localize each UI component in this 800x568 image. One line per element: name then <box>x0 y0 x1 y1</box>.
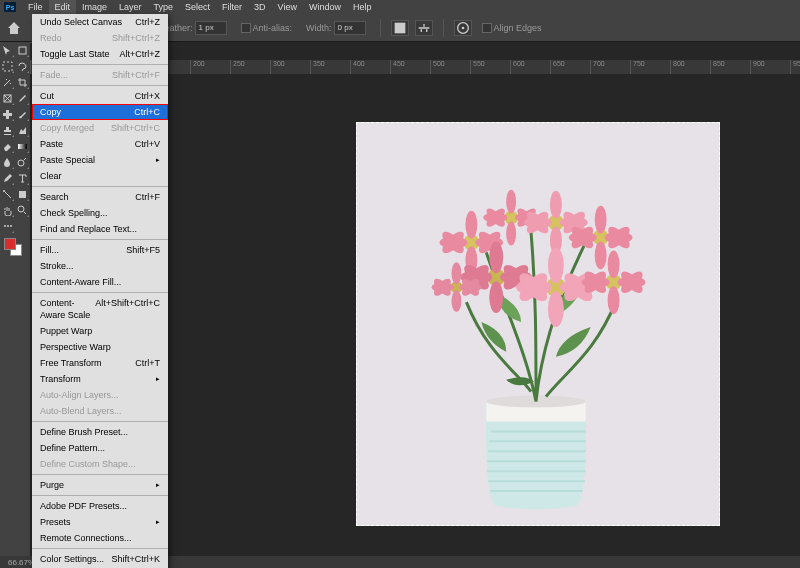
menu-item-cut[interactable]: CutCtrl+X <box>32 88 168 104</box>
svg-point-54 <box>595 206 607 234</box>
menu-view[interactable]: View <box>272 0 303 14</box>
app-icon: Ps <box>4 2 16 12</box>
hand-tool[interactable] <box>0 202 15 218</box>
dodge-tool[interactable] <box>15 154 30 170</box>
ruler-tick: 950 <box>790 60 800 74</box>
menu-item-transform[interactable]: Transform <box>32 371 168 387</box>
marquee-tool[interactable] <box>0 58 15 74</box>
menu-separator <box>32 64 168 65</box>
shape-tool[interactable] <box>15 186 30 202</box>
path-tool[interactable] <box>0 186 15 202</box>
menu-item-clear[interactable]: Clear <box>32 168 168 184</box>
menu-item-search[interactable]: SearchCtrl+F <box>32 189 168 205</box>
move-tool[interactable] <box>0 42 15 58</box>
width-input[interactable] <box>334 21 366 35</box>
align-checkbox[interactable] <box>482 23 492 33</box>
select-subject-icon[interactable] <box>391 20 409 36</box>
eyedropper-tool[interactable] <box>15 90 30 106</box>
gradient-tool[interactable] <box>15 138 30 154</box>
menu-item-label: Presets <box>40 516 71 528</box>
adjust-icon[interactable] <box>415 20 433 36</box>
home-icon[interactable] <box>6 20 22 36</box>
menu-item-purge[interactable]: Purge <box>32 477 168 493</box>
menu-item-label: Define Pattern... <box>40 442 105 454</box>
lasso-tool[interactable] <box>15 58 30 74</box>
menu-item-copy-merged: Copy MergedShift+Ctrl+C <box>32 120 168 136</box>
menu-window[interactable]: Window <box>303 0 347 14</box>
svg-rect-19 <box>19 191 26 198</box>
svg-point-81 <box>608 250 620 278</box>
color-swatches[interactable] <box>4 238 24 258</box>
zoom-tool[interactable] <box>15 202 30 218</box>
menu-filter[interactable]: Filter <box>216 0 248 14</box>
menu-item-paste-special[interactable]: Paste Special <box>32 152 168 168</box>
menu-type[interactable]: Type <box>148 0 180 14</box>
svg-rect-12 <box>3 62 12 71</box>
svg-point-56 <box>595 241 607 269</box>
frame-tool[interactable] <box>0 90 15 106</box>
blur-tool[interactable] <box>0 154 15 170</box>
menu-edit[interactable]: Edit <box>49 0 77 14</box>
menu-item-redo: RedoShift+Ctrl+Z <box>32 30 168 46</box>
menu-separator <box>32 292 168 293</box>
artboard-tool[interactable] <box>15 42 30 58</box>
menu-item-label: Content-Aware Scale <box>40 297 95 321</box>
ruler-tick: 300 <box>270 60 310 74</box>
antialias-label: Anti-alias: <box>253 23 293 33</box>
menu-item-free-transform[interactable]: Free TransformCtrl+T <box>32 355 168 371</box>
menu-item-content-aware-scale[interactable]: Content-Aware ScaleAlt+Shift+Ctrl+C <box>32 295 168 323</box>
wand-tool[interactable] <box>0 74 15 90</box>
menu-3d[interactable]: 3D <box>248 0 272 14</box>
menu-item-label: Fill... <box>40 244 59 256</box>
eraser-tool[interactable] <box>0 138 15 154</box>
menu-item-fill[interactable]: Fill...Shift+F5 <box>32 242 168 258</box>
menu-item-label: Color Settings... <box>40 553 104 565</box>
menu-item-perspective-warp[interactable]: Perspective Warp <box>32 339 168 355</box>
fg-color[interactable] <box>4 238 16 250</box>
ruler-tick: 450 <box>390 60 430 74</box>
feather-input[interactable] <box>195 21 227 35</box>
menu-item-toggle-last-state[interactable]: Toggle Last StateAlt+Ctrl+Z <box>32 46 168 62</box>
menu-item-copy[interactable]: CopyCtrl+C <box>32 104 168 120</box>
menu-item-define-pattern[interactable]: Define Pattern... <box>32 440 168 456</box>
menubar: Ps FileEditImageLayerTypeSelectFilter3DV… <box>0 0 800 14</box>
type-tool[interactable] <box>15 170 30 186</box>
menu-image[interactable]: Image <box>76 0 113 14</box>
menu-item-undo-select-canvas[interactable]: Undo Select CanvasCtrl+Z <box>32 14 168 30</box>
menu-item-content-aware-fill[interactable]: Content-Aware Fill... <box>32 274 168 290</box>
menu-item-label: Free Transform <box>40 357 102 369</box>
menu-item-check-spelling[interactable]: Check Spelling... <box>32 205 168 221</box>
align-label: Align Edges <box>494 23 542 33</box>
menu-item-puppet-warp[interactable]: Puppet Warp <box>32 323 168 339</box>
menu-item-find-and-replace-text[interactable]: Find and Replace Text... <box>32 221 168 237</box>
refine-icon[interactable] <box>454 20 472 36</box>
stamp-tool[interactable] <box>0 122 15 138</box>
pen-tool[interactable] <box>0 170 15 186</box>
menu-item-adobe-pdf-presets[interactable]: Adobe PDF Presets... <box>32 498 168 514</box>
menu-item-color-settings[interactable]: Color Settings...Shift+Ctrl+K <box>32 551 168 567</box>
svg-point-10 <box>461 26 464 29</box>
menu-item-shortcut: Shift+Ctrl+Z <box>112 32 160 44</box>
image-document[interactable] <box>356 122 720 526</box>
svg-point-65 <box>489 281 503 313</box>
menu-file[interactable]: File <box>22 0 49 14</box>
menu-item-label: Undo Select Canvas <box>40 16 122 28</box>
edit-toolbar-tool[interactable] <box>0 218 15 234</box>
menu-layer[interactable]: Layer <box>113 0 148 14</box>
heal-tool[interactable] <box>0 106 15 122</box>
menu-item-paste[interactable]: PasteCtrl+V <box>32 136 168 152</box>
brush-tool[interactable] <box>15 106 30 122</box>
menu-item-define-brush-preset[interactable]: Define Brush Preset... <box>32 424 168 440</box>
history-tool[interactable] <box>15 122 30 138</box>
menu-item-presets[interactable]: Presets <box>32 514 168 530</box>
crop-tool[interactable] <box>15 74 30 90</box>
menu-select[interactable]: Select <box>179 0 216 14</box>
menu-item-remote-connections[interactable]: Remote Connections... <box>32 530 168 546</box>
menu-item-stroke[interactable]: Stroke... <box>32 258 168 274</box>
menu-item-label: Puppet Warp <box>40 325 92 337</box>
menu-help[interactable]: Help <box>347 0 378 14</box>
menu-item-label: Redo <box>40 32 62 44</box>
align-edges-field: Align Edges <box>478 23 546 33</box>
menu-separator <box>32 495 168 496</box>
antialias-checkbox[interactable] <box>241 23 251 33</box>
